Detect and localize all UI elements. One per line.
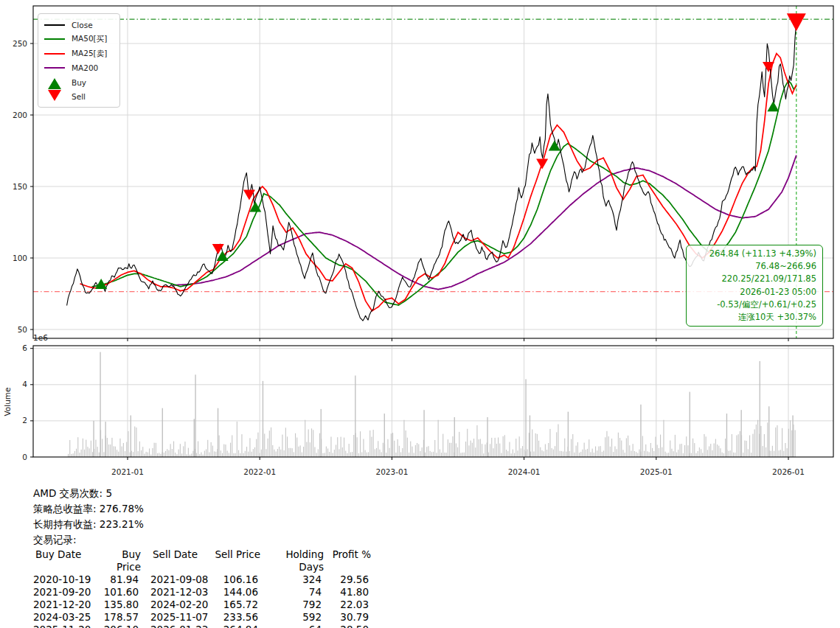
- volume-bar: [371, 437, 372, 457]
- volume-bar: [227, 451, 228, 458]
- volume-bar: [156, 443, 156, 457]
- date-tick-label: 2025-01: [640, 467, 673, 476]
- trade-cell: 41.80: [322, 586, 369, 599]
- volume-bar: [176, 454, 177, 457]
- volume-bar: [712, 450, 712, 457]
- volume-bar: [582, 450, 583, 457]
- volume-bar: [675, 435, 676, 457]
- trade-row: 2024-03-25178.572025-11-07233.5659230.79: [33, 611, 371, 624]
- volume-bar: [618, 433, 619, 457]
- trade-cell: 101.60: [96, 586, 139, 599]
- volume-bar: [402, 448, 403, 457]
- volume-bar: [499, 444, 500, 457]
- trade-cell: 74: [258, 586, 322, 599]
- volume-bar: [626, 439, 627, 458]
- trade-cell: 135.80: [96, 599, 139, 611]
- volume-bar: [752, 434, 753, 457]
- volume-bar: [71, 454, 72, 457]
- volume-bar: [442, 434, 443, 457]
- volume-bar: [637, 453, 638, 458]
- legend-item-sell: Sell: [44, 90, 114, 105]
- volume-bar: [305, 420, 305, 457]
- volume-bar: [248, 452, 249, 457]
- price-tick-label: 150: [13, 182, 27, 191]
- volume-spike-bar: [100, 352, 100, 457]
- volume-bar: [365, 450, 366, 457]
- sell-triangle-icon: [44, 93, 65, 101]
- volume-bar: [314, 447, 315, 458]
- volume-bar: [268, 439, 268, 457]
- volume-bar: [743, 453, 743, 457]
- volume-spike-bar: [263, 381, 263, 457]
- volume-bar: [422, 447, 423, 457]
- volume-bar: [215, 452, 216, 457]
- volume-bar: [285, 428, 286, 457]
- volume-bar: [184, 442, 185, 457]
- trade-cell: 144.06: [212, 586, 258, 599]
- volume-bar: [130, 453, 131, 457]
- volume-bar: [73, 453, 74, 457]
- volume-bar: [622, 450, 623, 457]
- volume-bar: [657, 445, 658, 458]
- volume-bar: [763, 446, 763, 457]
- volume-bar: [717, 444, 718, 457]
- volume-bar: [707, 450, 708, 457]
- volume-bar: [415, 445, 416, 457]
- sell-marker: [536, 159, 548, 170]
- volume-bar: [272, 445, 273, 457]
- volume-spike-bar: [690, 392, 690, 457]
- volume-spike-bar: [525, 379, 526, 457]
- date-tick-label: 2022-01: [243, 467, 276, 476]
- volume-bar: [649, 452, 650, 457]
- trade-cell: 30.79: [322, 611, 369, 624]
- legend-item-ma200: MA200: [44, 61, 114, 76]
- volume-spike-bar: [195, 374, 195, 457]
- volume-bar: [122, 447, 122, 457]
- volume-bar: [306, 442, 307, 457]
- volume-bar: [569, 451, 570, 457]
- volume-bar: [103, 452, 104, 457]
- volume-bar: [292, 448, 293, 457]
- volume-bar: [650, 443, 651, 457]
- volume-bar: [471, 441, 471, 457]
- volume-bar: [358, 453, 359, 457]
- volume-bar: [467, 429, 468, 457]
- legend-label: Buy: [72, 78, 86, 87]
- volume-bar: [628, 436, 628, 457]
- legend: Close MA50[买] MA25[卖] MA200 Buy Sell: [38, 13, 120, 108]
- volume-bar: [83, 439, 83, 457]
- volume-bar: [324, 453, 325, 457]
- ma50-line-swatch: [44, 38, 65, 40]
- volume-bar: [684, 445, 685, 457]
- trade-cell: 178.57: [96, 611, 139, 624]
- volume-bar: [558, 425, 558, 458]
- volume-bar: [426, 447, 427, 457]
- volume-bar: [634, 451, 635, 457]
- volume-spike-bar: [640, 405, 641, 457]
- stock-strategy-chart: 5010015020025002462021-012022-012023-012…: [0, 0, 840, 628]
- volume-bar: [693, 439, 693, 457]
- volume-bar: [549, 429, 550, 457]
- legend-label: Sell: [72, 92, 86, 101]
- volume-spike-bar: [131, 416, 131, 458]
- trade-row: 2020-10-1981.942021-09-08106.1632429.56: [33, 573, 371, 586]
- volume-bar: [164, 453, 164, 457]
- volume-bar: [744, 441, 745, 457]
- volume-bar: [625, 453, 625, 457]
- volume-bar: [229, 453, 229, 457]
- trade-cell: 233.56: [212, 611, 258, 624]
- volume-bar: [201, 453, 201, 457]
- trade-cell: 2021-09-08: [139, 573, 212, 586]
- volume-bar: [546, 450, 547, 457]
- volume-bar: [698, 451, 698, 457]
- volume-bar: [483, 453, 484, 457]
- legend-label: MA50[买]: [72, 34, 107, 44]
- volume-bar: [277, 449, 278, 457]
- volume-bar: [645, 444, 646, 457]
- volume-bar: [261, 450, 262, 457]
- trade-cell: 2021-12-03: [139, 586, 212, 599]
- volume-bar: [79, 453, 80, 457]
- volume-bar: [676, 453, 677, 457]
- volume-bar: [738, 434, 739, 457]
- volume-bar: [159, 453, 159, 457]
